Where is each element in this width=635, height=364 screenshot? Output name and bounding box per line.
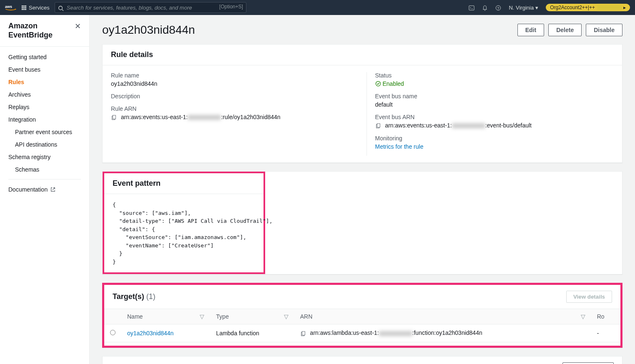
close-icon[interactable]: ✕	[75, 22, 81, 31]
search-icon	[58, 5, 64, 11]
check-circle-icon	[375, 81, 381, 87]
column-type[interactable]: Type▽	[210, 309, 294, 324]
target-role: -	[591, 324, 620, 342]
target-select-radio[interactable]	[110, 330, 115, 335]
sidebar-item-getting-started[interactable]: Getting started	[0, 51, 89, 63]
description-label: Description	[111, 93, 350, 100]
copy-icon[interactable]	[111, 114, 117, 121]
aws-logo[interactable]: aws	[5, 4, 17, 11]
top-navigation: aws Services [Option+S] ? N. Virginia ▾ …	[0, 0, 635, 15]
sidebar-item-archives[interactable]: Archives	[0, 88, 89, 101]
status-value: Enabled	[375, 80, 614, 87]
sidebar-item-api-destinations[interactable]: API destinations	[0, 138, 89, 151]
search-container: [Option+S]	[55, 2, 246, 13]
event-pattern-heading: Event pattern	[104, 173, 264, 194]
sort-icon: ▽	[200, 313, 204, 320]
sort-icon: ▽	[581, 313, 585, 320]
rule-arn-label: Rule ARN	[111, 105, 350, 112]
rule-arn-value: arn:aws:events:us-east-1::rule/oy1a2h03n…	[121, 114, 281, 120]
cloudshell-icon[interactable]	[469, 4, 474, 11]
manage-tags-button[interactable]: Manage tags	[562, 362, 614, 364]
disable-button[interactable]: Disable	[586, 24, 622, 36]
search-input[interactable]	[55, 2, 246, 13]
column-name[interactable]: Name▽	[121, 309, 210, 324]
services-label: Services	[29, 5, 50, 11]
sidebar-item-integration[interactable]: Integration	[0, 113, 89, 126]
table-row: oy1a2h03nid844n Lambda function arn:aws:…	[104, 324, 620, 342]
sidebar-title: Amazon EventBridge	[8, 22, 75, 40]
rule-details-panel: Rule details Rule name oy1a2h03nid844n D…	[102, 44, 622, 163]
targets-count: (1)	[146, 292, 156, 301]
tags-panel: Tags (0) Manage tags	[102, 356, 622, 364]
copy-icon[interactable]	[375, 122, 381, 129]
notifications-icon[interactable]	[482, 4, 488, 11]
account-label: Org2Account2++|++	[550, 5, 595, 10]
column-arn[interactable]: ARN▽	[294, 309, 591, 324]
search-shortcut: [Option+S]	[219, 4, 243, 10]
monitoring-link[interactable]: Metrics for the rule	[375, 143, 424, 150]
eventbus-name-label: Event bus name	[375, 93, 614, 100]
target-type: Lambda function	[210, 324, 294, 342]
eventbus-arn-value: arn:aws:events:us-east-1::event-bus/defa…	[385, 122, 532, 129]
monitoring-label: Monitoring	[375, 135, 614, 142]
copy-icon[interactable]	[300, 330, 306, 337]
svg-rect-10	[377, 124, 380, 127]
event-pattern-code: { "source": ["aws.iam"], "detail-type": …	[113, 201, 255, 266]
eventbus-arn-label: Event bus ARN	[375, 114, 614, 120]
target-name-link[interactable]: oy1a2h03nid844n	[127, 330, 173, 337]
sidebar-item-rules[interactable]: Rules	[0, 76, 89, 88]
sidebar-item-event-buses[interactable]: Event buses	[0, 63, 89, 76]
sort-icon: ▽	[284, 313, 289, 320]
main-content: oy1a2h03nid844n Edit Delete Disable Rule…	[90, 15, 635, 364]
redacted	[597, 5, 622, 10]
edit-button[interactable]: Edit	[517, 24, 544, 36]
services-menu[interactable]: Services	[22, 5, 50, 11]
svg-text:aws: aws	[5, 5, 12, 9]
grid-icon	[22, 5, 26, 10]
svg-rect-7	[113, 115, 115, 119]
svg-text:?: ?	[497, 6, 499, 10]
targets-table: Name▽ Type▽ ARN▽ Ro oy1a2h03nid844n Lamb…	[104, 309, 620, 342]
region-selector[interactable]: N. Virginia ▾	[509, 5, 538, 11]
svg-rect-12	[302, 332, 305, 335]
page-title: oy1a2h03nid844n	[102, 23, 195, 37]
account-menu[interactable]: Org2Account2++|++▸	[546, 4, 630, 11]
sidebar-item-replays[interactable]: Replays	[0, 101, 89, 113]
svg-point-1	[59, 6, 63, 10]
external-link-icon	[50, 187, 56, 192]
sidebar-item-schema-registry[interactable]: Schema registry	[0, 151, 89, 163]
view-details-button[interactable]: View details	[566, 291, 612, 303]
chevron-down-icon: ▸	[623, 5, 626, 10]
sidebar-nav: Getting started Event buses Rules Archiv…	[0, 47, 89, 200]
region-label: N. Virginia	[509, 5, 534, 11]
status-label: Status	[375, 72, 614, 79]
svg-line-2	[62, 10, 63, 11]
sidebar-item-schemas[interactable]: Schemas	[0, 163, 89, 176]
chevron-down-icon: ▾	[535, 5, 538, 11]
eventbus-name-value: default	[375, 101, 614, 108]
target-arn: arn:aws:lambda:us-east-1::function:oy1a2…	[310, 329, 482, 336]
documentation-label: Documentation	[8, 186, 48, 193]
targets-heading: Target(s)	[113, 292, 144, 301]
documentation-link[interactable]: Documentation	[0, 183, 89, 196]
column-role: Ro	[591, 309, 620, 324]
event-pattern-panel: Event pattern { "source": ["aws.iam"], "…	[102, 171, 622, 274]
targets-panel: Target(s) (1) View details Name▽ Type▽ A…	[102, 283, 622, 347]
sidebar-item-partner-sources[interactable]: Partner event sources	[0, 126, 89, 138]
rule-name-label: Rule name	[111, 72, 350, 79]
svg-rect-3	[469, 6, 474, 10]
sidebar: Amazon EventBridge ✕ Getting started Eve…	[0, 15, 90, 364]
rule-details-heading: Rule details	[103, 45, 622, 65]
help-icon[interactable]: ?	[495, 4, 501, 11]
rule-name-value: oy1a2h03nid844n	[111, 80, 350, 87]
delete-button[interactable]: Delete	[548, 24, 582, 36]
